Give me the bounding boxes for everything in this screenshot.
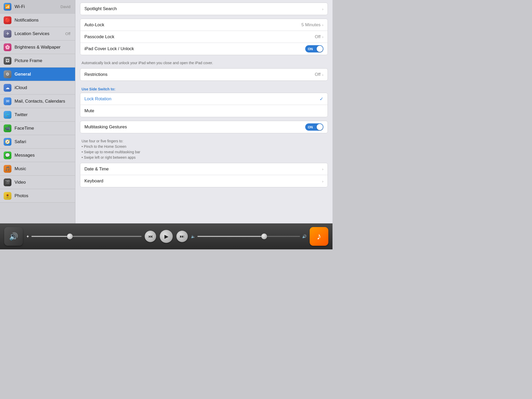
music-icon: 🎵 [4, 165, 11, 173]
brightness-sun-icon: ✦ [26, 234, 29, 239]
next-button[interactable]: ⏭ [176, 231, 188, 242]
main-area: 📶Wi-FiDavid🔴Notifications✈Location Servi… [0, 0, 332, 223]
sidebar: 📶Wi-FiDavid🔴Notifications✈Location Servi… [0, 0, 75, 223]
restrictions-label: Restrictions [84, 72, 315, 77]
sidebar-item-wifi[interactable]: 📶Wi-FiDavid [0, 0, 75, 14]
wifi-label: Wi-Fi [15, 4, 61, 9]
side-switch-header: Use Side Switch to: [80, 84, 328, 93]
spotlight-search-label: Spotlight Search [84, 6, 322, 11]
keyboard-label: Keyboard [84, 178, 322, 184]
volume-slider-knob[interactable] [261, 234, 267, 239]
brightness-slider-track[interactable] [31, 236, 142, 237]
facetime-label: FaceTime [15, 126, 71, 131]
sidebar-item-messages[interactable]: 💬Messages [0, 149, 75, 162]
sidebar-item-icloud[interactable]: ☁iCloud [0, 81, 75, 95]
spotlight-chevron-icon: › [322, 7, 323, 11]
play-button[interactable]: ▶ [160, 230, 173, 243]
play-icon: ▶ [164, 233, 168, 240]
volume-icon-button[interactable]: 🔊 [4, 227, 23, 246]
icloud-label: iCloud [15, 85, 71, 90]
wifi-value: David [61, 4, 70, 9]
twitter-icon: 🐦 [4, 111, 11, 119]
twitter-label: Twitter [15, 112, 71, 117]
volume-slider-track[interactable] [197, 236, 300, 237]
messages-label: Messages [15, 153, 71, 158]
notifications-label: Notifications [15, 18, 71, 23]
sidebar-item-facetime[interactable]: 📹FaceTime [0, 122, 75, 135]
bottom-bar: 🔊 ✦ ⏮ ▶ ⏭ 🔈 🔊 ♪ [0, 223, 332, 249]
sidebar-item-music[interactable]: 🎵Music [0, 162, 75, 176]
general-label: General [15, 72, 71, 77]
mail-icon: ✉ [4, 97, 11, 105]
restrictions-value: Off [315, 72, 321, 77]
date-time-label: Date & Time [84, 167, 322, 172]
passcode-lock-value: Off [315, 34, 321, 39]
volume-slider-area: 🔈 🔊 [188, 234, 310, 238]
multitasking-toggle-label: ON [308, 125, 313, 129]
brightness-icon: 🌸 [4, 43, 11, 51]
lock-rotation-cell[interactable]: Lock Rotation ✓ [80, 93, 328, 105]
general-icon: ⚙ [4, 70, 11, 78]
location-value: Off [65, 31, 70, 36]
volume-speaker-icon: 🔊 [9, 232, 18, 241]
safari-icon: 🧭 [4, 138, 11, 146]
multitasking-footer: Use four or five fingers to: • Pinch to … [80, 137, 328, 163]
music-label: Music [15, 166, 71, 171]
vol-high-icon: 🔊 [302, 234, 307, 238]
location-icon: ✈ [4, 30, 11, 38]
volume-slider-fill [197, 236, 264, 237]
previous-icon: ⏮ [148, 234, 153, 239]
notifications-icon: 🔴 [4, 16, 11, 24]
restrictions-chevron: › [322, 72, 323, 77]
ipad-cover-toggle-knob [317, 46, 323, 52]
ipad-cover-toggle[interactable]: ON [305, 45, 323, 52]
sidebar-item-brightness[interactable]: 🌸Brightness & Wallpaper [0, 41, 75, 54]
lock-rotation-checkmark: ✓ [320, 96, 323, 102]
brightness-slider-knob[interactable] [67, 234, 73, 239]
lock-rotation-label: Lock Rotation [84, 96, 320, 102]
keyboard-cell[interactable]: Keyboard › [80, 175, 328, 187]
auto-lock-label: Auto-Lock [84, 22, 301, 28]
brightness-label: Brightness & Wallpaper [15, 45, 71, 50]
passcode-lock-label: Passcode Lock [84, 34, 315, 39]
restrictions-cell[interactable]: Restrictions Off › [80, 69, 328, 81]
sidebar-item-twitter[interactable]: 🐦Twitter [0, 108, 75, 122]
itunes-button[interactable]: ♪ [310, 227, 328, 246]
safari-label: Safari [15, 139, 71, 144]
sidebar-item-safari[interactable]: 🧭Safari [0, 135, 75, 149]
facetime-icon: 📹 [4, 124, 11, 132]
picture-icon: 🖼 [4, 57, 11, 65]
sidebar-item-photos[interactable]: 🌻Photos [0, 189, 75, 203]
ipad-cover-cell[interactable]: iPad Cover Lock / Unlock ON [80, 43, 328, 55]
ipad-cover-footer: Automatically lock and unlock your iPad … [80, 59, 328, 68]
spotlight-search-cell[interactable]: Spotlight Search › [80, 3, 328, 15]
passcode-lock-cell[interactable]: Passcode Lock Off › [80, 31, 328, 43]
multitasking-cell[interactable]: Multitasking Gestures ON [80, 121, 328, 133]
sidebar-item-picture[interactable]: 🖼Picture Frame [0, 54, 75, 68]
ipad-cover-label: iPad Cover Lock / Unlock [84, 46, 305, 51]
multitasking-toggle[interactable]: ON [305, 123, 323, 131]
location-label: Location Services [15, 31, 65, 36]
video-label: Video [15, 180, 71, 185]
wifi-icon: 📶 [4, 3, 11, 11]
sidebar-item-mail[interactable]: ✉Mail, Contacts, Calendars [0, 95, 75, 108]
keyboard-chevron: › [322, 179, 323, 183]
playback-controls: ⏮ ▶ ⏭ [145, 230, 188, 243]
sidebar-item-notifications[interactable]: 🔴Notifications [0, 14, 75, 27]
date-time-chevron: › [322, 167, 323, 171]
auto-lock-cell[interactable]: Auto-Lock 5 Minutes › [80, 19, 328, 31]
auto-lock-value: 5 Minutes [301, 22, 321, 28]
multitasking-label: Multitasking Gestures [84, 124, 305, 130]
sidebar-item-general[interactable]: ⚙General [0, 68, 75, 81]
video-icon: 🎬 [4, 178, 11, 186]
date-time-cell[interactable]: Date & Time › [80, 163, 328, 175]
mute-cell[interactable]: Mute [80, 105, 328, 117]
auto-lock-chevron: › [322, 23, 323, 27]
passcode-chevron: › [322, 35, 323, 39]
sidebar-item-location[interactable]: ✈Location ServicesOff [0, 27, 75, 41]
sidebar-item-video[interactable]: 🎬Video [0, 176, 75, 189]
brightness-slider-fill [31, 236, 70, 237]
mail-label: Mail, Contacts, Calendars [15, 99, 71, 104]
previous-button[interactable]: ⏮ [145, 231, 156, 242]
photos-label: Photos [15, 193, 71, 198]
